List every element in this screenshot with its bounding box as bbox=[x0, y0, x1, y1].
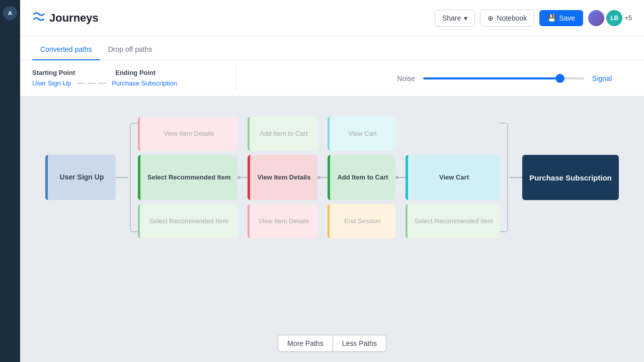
share-button[interactable]: Share ▾ bbox=[435, 10, 475, 27]
notebook-button[interactable]: ⊕ Notebook bbox=[480, 10, 534, 27]
save-button[interactable]: 💾 Save bbox=[539, 10, 583, 26]
col-4: View Cart Select Recommended Item bbox=[406, 117, 501, 238]
node-add-item-top[interactable]: Add Item to Cart bbox=[248, 117, 317, 151]
col-1: View Item Details Select Recommended Ite… bbox=[138, 117, 237, 238]
col-2: Add Item to Cart View Item Details View … bbox=[248, 117, 317, 238]
avatar-lb: LB bbox=[606, 10, 622, 26]
connector-3 bbox=[317, 176, 328, 179]
start-node-wrapper: User Sign Up bbox=[45, 155, 116, 200]
more-paths-button[interactable]: More Paths bbox=[278, 335, 333, 352]
node-view-cart-mid[interactable]: View Cart bbox=[406, 155, 501, 200]
connector-4 bbox=[395, 176, 406, 179]
sidebar: A bbox=[0, 0, 20, 362]
start-node[interactable]: User Sign Up bbox=[45, 155, 116, 200]
noise-signal-control: Noise Signal bbox=[248, 74, 632, 82]
starting-point-label: Starting Point bbox=[32, 69, 75, 76]
node-select-recommended-bot2[interactable]: Select Recommended Item bbox=[406, 204, 501, 238]
end-node[interactable]: Purchase Subscription bbox=[522, 155, 618, 200]
notebook-icon: ⊕ bbox=[488, 14, 494, 22]
node-select-recommended-bot[interactable]: Select Recommended Item bbox=[138, 204, 237, 238]
connector-5 bbox=[510, 177, 522, 178]
empty-top bbox=[406, 117, 501, 151]
noise-label: Noise bbox=[397, 74, 415, 82]
header-logo: Journeys bbox=[32, 11, 99, 25]
avatar-count: +5 bbox=[624, 14, 632, 22]
ending-value[interactable]: Purchase Subscription bbox=[112, 79, 177, 87]
node-view-cart-top[interactable]: View Cart bbox=[328, 117, 395, 151]
ending-point-label: Ending Point bbox=[115, 69, 155, 76]
right-bracket bbox=[500, 123, 510, 232]
tab-converted[interactable]: Converted paths bbox=[32, 39, 100, 60]
node-select-recommended-mid[interactable]: Select Recommended Item bbox=[138, 155, 237, 200]
filter-labels: Starting Point Ending Point bbox=[32, 69, 223, 76]
tabs: Converted paths Drop off paths bbox=[20, 36, 644, 60]
node-add-item-mid[interactable]: Add Item to Cart bbox=[328, 155, 395, 200]
journeys-icon bbox=[32, 11, 45, 25]
filter-left: Starting Point Ending Point User Sign Up… bbox=[32, 69, 223, 87]
less-paths-button[interactable]: Less Paths bbox=[333, 335, 386, 352]
journey-flow: User Sign Up View Item Details Select Re… bbox=[35, 112, 629, 243]
header-actions: Share ▾ ⊕ Notebook 💾 Save LB +5 bbox=[435, 10, 632, 27]
signal-label: Signal bbox=[592, 74, 612, 82]
node-end-session-bot[interactable]: End Session bbox=[328, 204, 395, 238]
col-3: View Cart Add Item to Cart End Session bbox=[328, 117, 395, 238]
chevron-down-icon: ▾ bbox=[464, 14, 467, 22]
avatar-group: LB +5 bbox=[588, 10, 632, 26]
node-view-item-top[interactable]: View Item Details bbox=[138, 117, 237, 151]
connector-1 bbox=[116, 177, 128, 178]
arrow-icon: — — — bbox=[77, 78, 106, 87]
slider-thumb[interactable] bbox=[555, 74, 565, 83]
tab-dropoff[interactable]: Drop off paths bbox=[100, 39, 160, 60]
filter-values: User Sign Up — — — Purchase Subscription bbox=[32, 78, 223, 87]
connector-2 bbox=[237, 176, 248, 179]
starting-value[interactable]: User Sign Up bbox=[32, 79, 71, 87]
sidebar-logo[interactable]: A bbox=[3, 6, 17, 20]
avatar bbox=[588, 10, 604, 26]
header: Journeys Share ▾ ⊕ Notebook 💾 Save LB +5 bbox=[20, 0, 644, 36]
slider-fill bbox=[423, 77, 560, 79]
node-view-item-mid[interactable]: View Item Details bbox=[248, 155, 317, 200]
noise-slider[interactable] bbox=[423, 77, 584, 79]
main-canvas: User Sign Up View Item Details Select Re… bbox=[20, 97, 644, 362]
node-view-item-bot[interactable]: View Item Details bbox=[248, 204, 317, 238]
path-buttons: More Paths Less Paths bbox=[278, 335, 386, 352]
page-title: Journeys bbox=[49, 12, 99, 25]
left-bracket bbox=[128, 123, 138, 232]
save-icon: 💾 bbox=[547, 14, 556, 22]
end-node-wrapper: Purchase Subscription bbox=[522, 155, 618, 200]
filter-separator bbox=[235, 66, 236, 91]
filter-bar: Starting Point Ending Point User Sign Up… bbox=[20, 60, 644, 97]
